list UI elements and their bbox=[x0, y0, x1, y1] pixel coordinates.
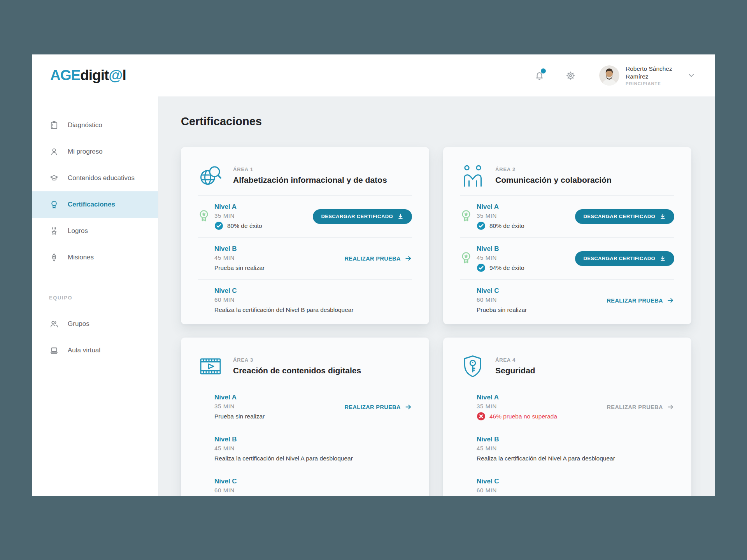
area-label: ÁREA 1 bbox=[233, 166, 387, 172]
settings-button[interactable] bbox=[563, 68, 577, 82]
level-name: Nivel C bbox=[477, 287, 607, 295]
x-circle-icon bbox=[477, 412, 486, 421]
sidebar-item-label: Logros bbox=[68, 227, 88, 235]
level-status-text: Realiza la certificación del Nivel B par… bbox=[214, 496, 354, 496]
rocket-icon bbox=[49, 252, 59, 262]
sidebar-item-diagnostico[interactable]: Diagnóstico bbox=[32, 112, 158, 138]
card-header-text: ÁREA 4 Seguridad bbox=[495, 357, 535, 375]
download-icon bbox=[397, 213, 404, 220]
download-icon bbox=[659, 213, 666, 220]
level-action: REALIZAR PRUEBA bbox=[607, 403, 674, 411]
sidebar: Diagnóstico Mi progreso Contenidos educa… bbox=[32, 96, 158, 496]
level-info: Nivel A 35 MIN Prueba sin realizar bbox=[214, 393, 344, 421]
level-row: Nivel C 60 MIN Prueba sin realizar REALI… bbox=[460, 279, 674, 321]
download-icon bbox=[659, 255, 666, 262]
level-action: REALIZAR PRUEBA bbox=[607, 297, 674, 304]
level-duration: 60 MIN bbox=[477, 486, 674, 494]
level-row: Nivel C 60 MIN Realiza la certificación … bbox=[198, 470, 412, 496]
download-certificate-button[interactable]: DESCARGAR CERTIFICADO bbox=[575, 251, 674, 266]
medal-earned-icon bbox=[460, 252, 472, 266]
card-header: ÁREA 3 Creación de contenidos digitales bbox=[198, 354, 412, 379]
level-status: 94% de éxito bbox=[477, 263, 575, 272]
card-header-text: ÁREA 2 Comunicación y colaboración bbox=[495, 166, 612, 185]
user-level-badge: PRINCIPIANTE bbox=[626, 81, 678, 86]
user-name: Roberto Sánchez Ramírez bbox=[626, 65, 672, 80]
area-title: Comunicación y colaboración bbox=[495, 175, 612, 185]
area-label: ÁREA 4 bbox=[495, 357, 535, 363]
card-header: ÁREA 1 Alfabetización informacional y de… bbox=[198, 163, 412, 188]
user-menu[interactable]: Roberto Sánchez Ramírez PRINCIPIANTE bbox=[599, 65, 696, 86]
level-duration: 45 MIN bbox=[214, 444, 412, 452]
card-header: ÁREA 2 Comunicación y colaboración bbox=[460, 163, 674, 188]
certification-cards: ÁREA 1 Alfabetización informacional y de… bbox=[181, 147, 691, 496]
level-status: 46% prueba no superada bbox=[477, 412, 607, 421]
avatar-image bbox=[599, 65, 619, 86]
graduation-cap-icon bbox=[49, 173, 59, 183]
chevron-down-icon bbox=[687, 71, 696, 80]
level-info: Nivel B 45 MIN Prueba sin realizar bbox=[214, 245, 344, 272]
level-name: Nivel C bbox=[477, 477, 674, 485]
take-test-label: REALIZAR PRUEBA bbox=[607, 404, 663, 410]
medal-earned-icon bbox=[198, 210, 210, 224]
sidebar-item-certificaciones[interactable]: Certificaciones bbox=[32, 191, 158, 218]
take-test-link[interactable]: REALIZAR PRUEBA bbox=[344, 255, 412, 262]
app-logo: AGEdigit@l bbox=[50, 67, 126, 84]
download-certificate-label: DESCARGAR CERTIFICADO bbox=[583, 214, 655, 219]
level-duration: 45 MIN bbox=[214, 254, 344, 261]
logo-part-l: l bbox=[122, 67, 126, 83]
take-test-label: REALIZAR PRUEBA bbox=[344, 256, 401, 262]
level-status: Realiza la certificación del Nivel B par… bbox=[214, 496, 412, 496]
app-window: AGEdigit@l Roberto Sánchez Ramírez PRI bbox=[32, 54, 715, 496]
arrow-right-icon bbox=[405, 255, 412, 262]
level-row: Nivel A 35 MIN 80% de éxito DESCARGAR CE… bbox=[460, 195, 674, 237]
sidebar-item-label: Diagnóstico bbox=[68, 121, 102, 129]
handshake-people-icon bbox=[460, 163, 485, 188]
level-status-text: Prueba sin realizar bbox=[214, 263, 265, 272]
sidebar-item-contenidos-educativos[interactable]: Contenidos educativos bbox=[32, 165, 158, 191]
gear-icon bbox=[565, 70, 576, 81]
level-info: Nivel C 60 MIN Realiza la certificación … bbox=[477, 477, 674, 496]
area-label: ÁREA 2 bbox=[495, 166, 612, 172]
level-row: Nivel B 45 MIN Realiza la certificación … bbox=[460, 428, 674, 470]
sidebar-item-label: Contenidos educativos bbox=[68, 174, 135, 182]
level-info: Nivel B 45 MIN 94% de éxito bbox=[477, 245, 575, 272]
level-name: Nivel A bbox=[477, 203, 575, 211]
level-name: Nivel B bbox=[477, 245, 575, 253]
level-name: Nivel C bbox=[214, 477, 412, 485]
sidebar-item-misiones[interactable]: Misiones bbox=[32, 244, 158, 271]
level-row: Nivel C 60 MIN Realiza la certificación … bbox=[460, 470, 674, 496]
download-certificate-label: DESCARGAR CERTIFICADO bbox=[321, 214, 393, 219]
level-action: DESCARGAR CERTIFICADO bbox=[313, 209, 412, 224]
laptop-icon bbox=[49, 345, 59, 355]
desktop-background: AGEdigit@l Roberto Sánchez Ramírez PRI bbox=[0, 0, 747, 560]
check-circle-icon bbox=[477, 221, 486, 230]
take-test-link[interactable]: REALIZAR PRUEBA bbox=[607, 403, 674, 411]
card-header-text: ÁREA 1 Alfabetización informacional y de… bbox=[233, 166, 387, 185]
level-action: REALIZAR PRUEBA bbox=[344, 403, 412, 411]
sidebar-item-aula-virtual[interactable]: Aula virtual bbox=[32, 337, 158, 364]
sidebar-item-logros[interactable]: Logros bbox=[32, 218, 158, 244]
take-test-link[interactable]: REALIZAR PRUEBA bbox=[607, 297, 674, 304]
shield-key-icon bbox=[460, 354, 485, 379]
check-circle-icon bbox=[477, 263, 486, 272]
level-status-text: 46% prueba no superada bbox=[489, 412, 557, 421]
download-certificate-button[interactable]: DESCARGAR CERTIFICADO bbox=[575, 209, 674, 224]
achievement-star-icon bbox=[49, 226, 59, 236]
card-area-1: ÁREA 1 Alfabetización informacional y de… bbox=[181, 147, 429, 324]
take-test-link[interactable]: REALIZAR PRUEBA bbox=[344, 403, 412, 411]
sidebar-item-mi-progreso[interactable]: Mi progreso bbox=[32, 138, 158, 165]
globe-search-icon bbox=[198, 163, 223, 188]
level-name: Nivel B bbox=[214, 245, 344, 253]
app-body: Diagnóstico Mi progreso Contenidos educa… bbox=[32, 96, 715, 496]
area-label: ÁREA 3 bbox=[233, 357, 361, 363]
level-gutter bbox=[198, 210, 214, 224]
download-certificate-button[interactable]: DESCARGAR CERTIFICADO bbox=[313, 209, 412, 224]
level-action: REALIZAR PRUEBA bbox=[344, 255, 412, 262]
level-info: Nivel A 35 MIN 80% de éxito bbox=[214, 203, 313, 230]
level-status: Prueba sin realizar bbox=[214, 263, 344, 272]
notifications-button[interactable] bbox=[532, 68, 546, 82]
sidebar-item-grupos[interactable]: Grupos bbox=[32, 311, 158, 337]
level-duration: 60 MIN bbox=[214, 486, 412, 494]
sidebar-item-label: Misiones bbox=[68, 254, 94, 261]
app-header: AGEdigit@l Roberto Sánchez Ramírez PRI bbox=[32, 54, 715, 96]
